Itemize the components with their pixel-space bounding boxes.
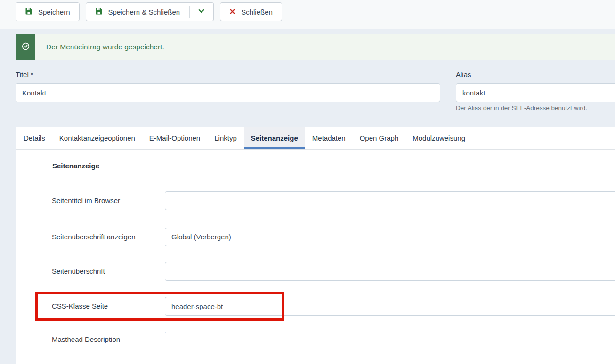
tab-linktyp[interactable]: Linktyp bbox=[207, 127, 244, 149]
seitenueberschrift-input[interactable] bbox=[165, 262, 615, 281]
tab-modulzuweisung[interactable]: Modulzuweisung bbox=[405, 127, 472, 149]
masthead-description-label: Masthead Description bbox=[52, 335, 120, 343]
success-alert: Der Menüeintrag wurde gespeichert. bbox=[16, 34, 615, 60]
seitentitel-im-browser-input[interactable] bbox=[165, 191, 615, 210]
masthead-description-textarea[interactable] bbox=[165, 332, 615, 364]
alert-message: Der Menüeintrag wurde gespeichert. bbox=[35, 34, 164, 60]
tab-label: Modulzuweisung bbox=[413, 134, 465, 142]
css-klasse-seite-input[interactable] bbox=[165, 297, 615, 316]
tab-details[interactable]: Details bbox=[16, 127, 52, 149]
tab-open-graph[interactable]: Open Graph bbox=[353, 127, 406, 149]
tab-label: Open Graph bbox=[360, 134, 399, 142]
tab-metadaten[interactable]: Metadaten bbox=[305, 127, 353, 149]
css-klasse-seite-label: CSS-Klasse Seite bbox=[52, 302, 108, 310]
alias-label: Alias bbox=[456, 71, 471, 79]
alert-icon-block bbox=[16, 34, 35, 60]
seitentitel-im-browser-label: Seitentitel im Browser bbox=[52, 197, 120, 205]
tab-label: E-Mail-Optionen bbox=[149, 134, 200, 142]
save-and-close-button-label: Speichern & Schließen bbox=[108, 8, 180, 16]
seitenueberschrift-anzeigen-select[interactable]: Global (Verbergen) bbox=[165, 228, 615, 246]
tab-seitenanzeige[interactable]: Seitenanzeige bbox=[244, 127, 305, 149]
fieldset-legend: Seitenanzeige bbox=[48, 162, 104, 170]
save-button[interactable]: Speichern bbox=[16, 2, 80, 21]
save-icon bbox=[25, 8, 32, 16]
tab-kontaktanzeigeoptionen[interactable]: Kontaktanzeigeoptionen bbox=[52, 127, 142, 149]
toolbar-buttons: Speichern Speichern & Schließen bbox=[16, 2, 282, 21]
toolbar: Speichern Speichern & Schließen bbox=[0, 0, 615, 29]
save-options-dropdown-button[interactable] bbox=[189, 2, 214, 21]
title-label: Titel * bbox=[16, 71, 33, 79]
save-close-button-group: Speichern & Schließen bbox=[86, 2, 214, 21]
tab-label: Kontaktanzeigeoptionen bbox=[59, 134, 135, 142]
joomla-menu-item-editor: Speichern Speichern & Schließen bbox=[0, 0, 615, 364]
tab-label: Seitenanzeige bbox=[251, 134, 298, 142]
alias-input[interactable] bbox=[456, 83, 615, 102]
tab-label: Metadaten bbox=[312, 134, 346, 142]
tab-email-optionen[interactable]: E-Mail-Optionen bbox=[142, 127, 207, 149]
seitenueberschrift-label: Seitenüberschrift bbox=[52, 267, 105, 275]
save-icon bbox=[95, 8, 103, 16]
close-button-label: Schließen bbox=[241, 8, 273, 16]
alias-hint: Der Alias der in der SEF-Adresse benutzt… bbox=[456, 104, 587, 111]
save-button-label: Speichern bbox=[38, 8, 70, 16]
title-input[interactable] bbox=[16, 83, 440, 102]
chevron-down-icon bbox=[198, 8, 205, 16]
tab-bar: Details Kontaktanzeigeoptionen E-Mail-Op… bbox=[16, 127, 615, 150]
check-circle-icon bbox=[22, 42, 30, 52]
close-icon bbox=[229, 8, 235, 16]
tab-label: Details bbox=[24, 134, 45, 142]
save-and-close-button[interactable]: Speichern & Schließen bbox=[86, 2, 190, 21]
close-button[interactable]: Schließen bbox=[220, 2, 282, 21]
seitenueberschrift-anzeigen-label: Seitenüberschrift anzeigen bbox=[52, 233, 136, 241]
tab-label: Linktyp bbox=[214, 134, 237, 142]
